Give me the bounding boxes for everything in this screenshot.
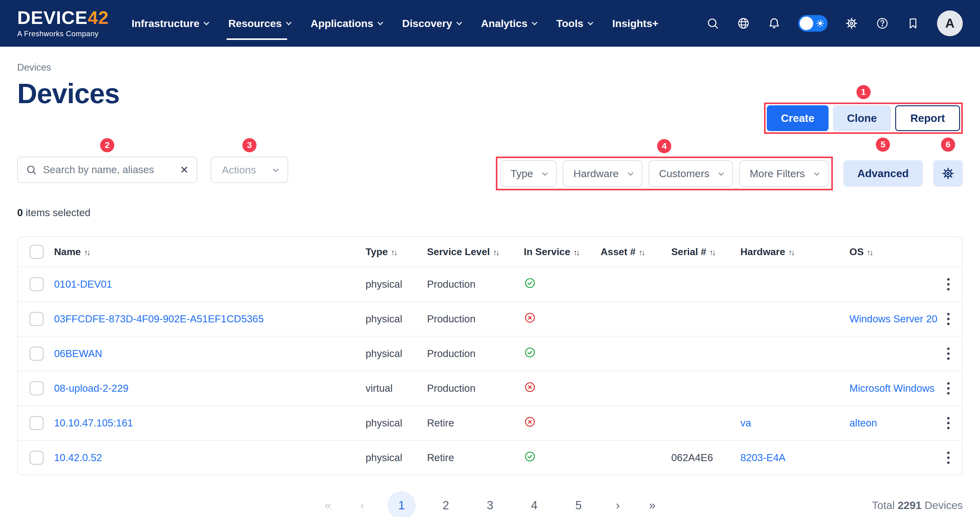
pagination-last[interactable]: » (643, 499, 662, 512)
search-icon[interactable] (706, 17, 719, 30)
hardware-link[interactable]: va (740, 417, 751, 428)
bell-icon[interactable] (767, 17, 781, 30)
os-link[interactable]: Windows Server 20 (850, 313, 937, 325)
row-checkbox[interactable] (30, 277, 44, 291)
column-header-service-level[interactable]: Service Level↑↓ (427, 246, 524, 258)
search-input[interactable] (43, 164, 174, 176)
column-header-type[interactable]: Type↑↓ (366, 246, 427, 258)
row-menu-icon[interactable] (942, 414, 955, 432)
nav-item-discovery[interactable]: Discovery (402, 0, 461, 47)
report-button[interactable]: Report (895, 105, 960, 131)
row-checkbox[interactable] (30, 451, 44, 465)
nav-item-infrastructure[interactable]: Infrastructure (132, 0, 208, 47)
sort-icon[interactable]: ↑↓ (493, 248, 499, 257)
row-menu-icon[interactable] (942, 310, 955, 328)
annotation-badge-6: 6 (941, 138, 955, 152)
table-row: 10.10.47.105:161physicalRetirevaalteon (18, 405, 962, 440)
chevron-down-icon (588, 19, 593, 25)
pagination-page-5[interactable]: 5 (564, 491, 593, 517)
device-name-link[interactable]: 08-upload-2-229 (54, 382, 129, 394)
cell-type: virtual (366, 382, 427, 394)
theme-toggle[interactable] (798, 15, 827, 32)
nav-item-insights[interactable]: Insights+ (612, 0, 659, 47)
gear-wrap: 6 (933, 157, 963, 187)
filter-customers[interactable]: Customers (649, 160, 733, 187)
bookmark-icon[interactable] (906, 17, 920, 30)
pagination-first[interactable]: « (318, 499, 337, 512)
sort-icon[interactable]: ↑↓ (710, 248, 715, 257)
help-icon[interactable] (875, 17, 889, 30)
cell-hardware: 8203-E4A (740, 452, 850, 463)
device-name-link[interactable]: 10.42.0.52 (54, 452, 102, 463)
nav-item-analytics[interactable]: Analytics (481, 0, 536, 47)
device-name-link[interactable]: 03FFCDFE-873D-4F09-902E-A51EF1CD5365 (54, 313, 264, 325)
cell-name: 03FFCDFE-873D-4F09-902E-A51EF1CD5365 (54, 313, 366, 325)
sort-icon[interactable]: ↑↓ (84, 248, 89, 257)
cell-row-actions (939, 344, 962, 363)
row-checkbox[interactable] (30, 416, 44, 430)
os-link[interactable]: Microsoft Windows (850, 382, 934, 394)
nav-item-applications[interactable]: Applications (310, 0, 382, 47)
pagination-page-2[interactable]: 2 (432, 491, 460, 517)
device42-logo[interactable]: DEVICE42 A Freshworks Company (17, 9, 109, 38)
filter-label: Type (511, 168, 533, 179)
row-menu-icon[interactable] (942, 344, 955, 363)
pagination-next[interactable]: › (609, 499, 627, 512)
row-checkbox[interactable] (30, 347, 44, 361)
user-avatar[interactable]: A (937, 10, 963, 36)
table-settings-button[interactable] (933, 160, 963, 187)
row-menu-icon[interactable] (942, 275, 955, 293)
top-navbar: DEVICE42 A Freshworks Company Infrastruc… (0, 0, 980, 47)
pagination-page-4[interactable]: 4 (520, 491, 548, 517)
globe-icon[interactable] (737, 17, 750, 30)
advanced-filter-button[interactable]: Advanced (843, 160, 923, 187)
pagination-page-1[interactable]: 1 (387, 491, 416, 517)
nav-item-resources[interactable]: Resources (228, 0, 290, 47)
clear-search-icon[interactable]: ✕ (180, 165, 189, 175)
device-name-link[interactable]: 06BEWAN (54, 348, 102, 359)
column-header-in-service[interactable]: In Service↑↓ (524, 246, 601, 258)
column-label: In Service (524, 246, 570, 257)
device-name-link[interactable]: 0101-DEV01 (54, 278, 112, 290)
filter-hardware[interactable]: Hardware (563, 160, 642, 187)
clone-button[interactable]: Clone (833, 105, 891, 131)
annotation-badge-4: 4 (657, 139, 671, 153)
column-header-serial[interactable]: Serial #↑↓ (671, 246, 740, 258)
pagination-prev[interactable]: ‹ (353, 499, 371, 512)
header-checkbox-cell (18, 245, 54, 259)
sort-icon[interactable]: ↑↓ (788, 248, 794, 257)
pagination-page-3[interactable]: 3 (476, 491, 504, 517)
filter-type[interactable]: Type (500, 160, 557, 187)
total-count: 2291 (898, 499, 922, 511)
actions-dropdown[interactable]: 3 Actions (211, 157, 288, 183)
hardware-link[interactable]: 8203-E4A (740, 452, 786, 463)
column-header-asset[interactable]: Asset #↑↓ (601, 246, 671, 258)
column-header-name[interactable]: Name↑↓ (54, 246, 366, 258)
column-label: Name (54, 246, 81, 257)
select-all-checkbox[interactable] (30, 245, 44, 259)
advanced-wrap: 5 Advanced (843, 157, 923, 187)
column-header-hardware[interactable]: Hardware↑↓ (740, 246, 850, 258)
nav-item-tools[interactable]: Tools (556, 0, 592, 47)
sun-icon (816, 19, 824, 28)
sort-icon[interactable]: ↑↓ (867, 248, 872, 257)
chevron-down-icon (204, 19, 209, 25)
sort-icon[interactable]: ↑↓ (391, 248, 396, 257)
sort-icon[interactable]: ↑↓ (573, 248, 579, 257)
row-checkbox[interactable] (30, 381, 44, 395)
row-menu-icon[interactable] (942, 379, 955, 398)
cell-type: physical (366, 348, 427, 360)
sort-icon[interactable]: ↑↓ (639, 248, 644, 257)
filter-more-filters[interactable]: More Filters (739, 160, 828, 187)
breadcrumb[interactable]: Devices (17, 62, 963, 73)
row-menu-icon[interactable] (942, 449, 955, 467)
column-header-os[interactable]: OS↑↓ (850, 246, 939, 258)
annotation-badge-2: 2 (100, 138, 114, 152)
create-button[interactable]: Create (767, 105, 829, 131)
os-link[interactable]: alteon (850, 417, 877, 428)
row-checkbox[interactable] (30, 312, 44, 326)
cell-hardware: va (740, 417, 850, 429)
gear-icon[interactable] (845, 17, 858, 30)
logo-42: 42 (88, 7, 109, 28)
device-name-link[interactable]: 10.10.47.105:161 (54, 417, 133, 428)
